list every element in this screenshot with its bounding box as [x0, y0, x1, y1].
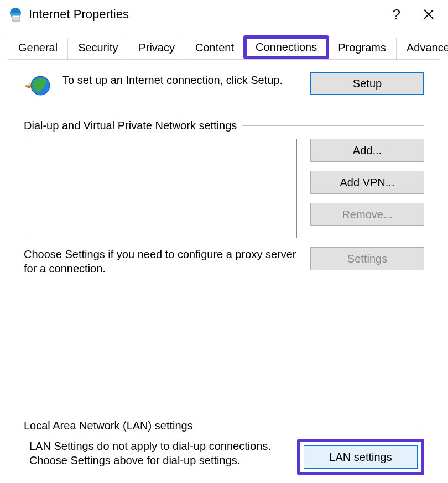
tab-privacy[interactable]: Privacy [128, 38, 185, 59]
tab-programs[interactable]: Programs [328, 38, 397, 59]
lan-settings-button[interactable]: LAN settings [304, 445, 418, 469]
settings-button: Settings [310, 247, 424, 270]
setup-button[interactable]: Setup [310, 72, 424, 95]
remove-button: Remove... [310, 203, 424, 226]
dialup-heading: Dial-up and Virtual Private Network sett… [24, 119, 424, 132]
add-vpn-button[interactable]: Add VPN... [310, 171, 424, 194]
dialup-heading-label: Dial-up and Virtual Private Network sett… [24, 119, 237, 132]
tab-strip: General Security Privacy Content Connect… [8, 38, 440, 59]
tab-connections[interactable]: Connections [243, 35, 329, 59]
choose-settings-text: Choose Settings if you need to configure… [24, 247, 297, 276]
divider [199, 426, 424, 426]
close-button[interactable] [423, 8, 435, 20]
lan-heading-label: Local Area Network (LAN) settings [24, 419, 193, 432]
help-button[interactable]: ? [393, 6, 400, 23]
lan-highlight: LAN settings [297, 439, 424, 475]
setup-globe-icon [24, 72, 51, 99]
lan-description: LAN Settings do not apply to dial-up con… [24, 439, 284, 468]
tab-content[interactable]: Content [185, 38, 244, 59]
tab-advanced[interactable]: Advanced [397, 38, 448, 59]
internet-options-icon [8, 7, 23, 22]
connections-panel: To set up an Internet connection, click … [8, 59, 440, 483]
intro-text: To set up an Internet connection, click … [62, 72, 299, 87]
divider [242, 125, 424, 126]
tab-general[interactable]: General [8, 38, 68, 59]
window-title: Internet Properties [29, 7, 393, 22]
connections-listbox[interactable] [24, 139, 297, 238]
lan-heading: Local Area Network (LAN) settings [24, 419, 424, 432]
titlebar: Internet Properties ? [0, 0, 448, 31]
add-button[interactable]: Add... [310, 139, 424, 162]
tab-security[interactable]: Security [68, 38, 128, 59]
